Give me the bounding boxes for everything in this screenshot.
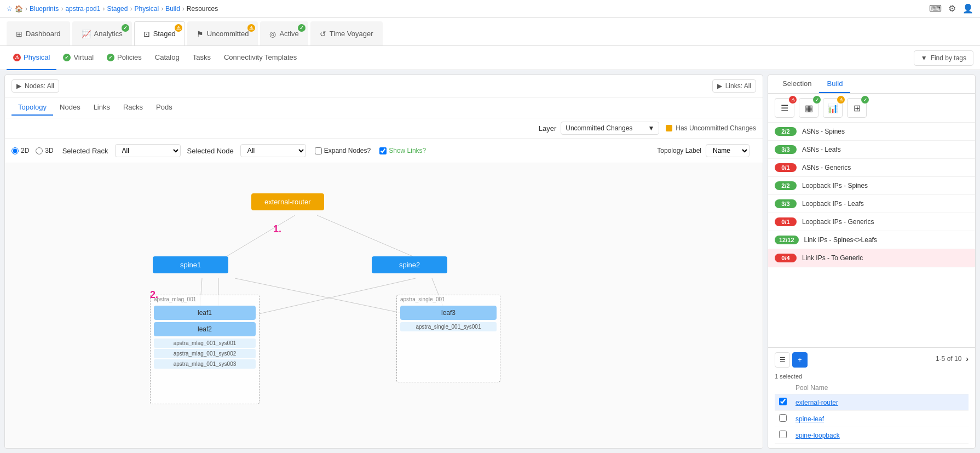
tab-active[interactable]: ✓ ◎ Active	[260, 21, 308, 45]
rp-tab-build[interactable]: Build	[819, 75, 850, 93]
pool-row-external-router-name[interactable]: external-router	[795, 399, 838, 406]
subtab-policies[interactable]: ✓ Policies	[100, 46, 148, 70]
sys001-node[interactable]: apstra_mlag_001_sys001	[154, 339, 256, 348]
pool-row-spine-leaf-name[interactable]: spine-leaf	[795, 415, 824, 423]
rp-tab-selection[interactable]: Selection	[775, 75, 819, 93]
user-icon[interactable]: 👤	[962, 3, 973, 14]
pool-table: Pool Name external-router spine-leaf spi…	[775, 382, 969, 444]
subtab-physical[interactable]: ⚠ Physical	[7, 46, 56, 70]
subtab-connectivity-label: Connectivity Templates	[224, 53, 297, 61]
pool-row-spine-loopback-checkbox[interactable]	[779, 431, 787, 438]
2d-radio[interactable]	[11, 147, 19, 154]
tab-dashboard[interactable]: ⊞ Dashboard	[7, 21, 70, 45]
res-icon-grid[interactable]: ⊞ ✓	[847, 98, 867, 118]
tab-analytics-label: Analytics	[94, 30, 123, 38]
rack-mlag-001[interactable]: apstra_mlag_001 leaf1 leaf2 apstra_mlag_…	[150, 295, 260, 404]
topo-nav: Topology Nodes Links Racks Pods	[5, 98, 763, 118]
subtab-virtual-label: Virtual	[73, 53, 94, 61]
2d-option[interactable]: 2D	[11, 147, 29, 154]
settings-icon[interactable]: ⚙	[948, 3, 956, 14]
find-by-tags-button[interactable]: ▼ Find by tags	[914, 50, 973, 66]
spine2-node[interactable]: spine2	[372, 256, 447, 273]
terminal-icon[interactable]: ⌨	[929, 3, 942, 14]
tab-staged[interactable]: ⚠ ⊡ Staged	[134, 21, 185, 45]
selected-rack-dropdown[interactable]: All	[115, 144, 181, 157]
tab-analytics[interactable]: ✓ 📈 Analytics	[72, 21, 132, 45]
uncommitted-label: Has Uncommitted Changes	[676, 124, 756, 132]
rack-single-label: apstra_single_001	[397, 295, 500, 303]
breadcrumb-blueprints[interactable]: Blueprints	[30, 5, 59, 13]
nodes-filter[interactable]: ▶ Nodes: All	[11, 79, 59, 93]
resource-item-asn-generics[interactable]: 0/1 ASNs - Generics	[768, 159, 975, 177]
leaf3-node[interactable]: leaf3	[400, 306, 497, 320]
asn-generics-label: ASNs - Generics	[802, 164, 851, 171]
rack-single-001[interactable]: apstra_single_001 leaf3 apstra_single_00…	[396, 295, 500, 382]
tab-staged-label: Staged	[153, 30, 176, 38]
spine1-node[interactable]: spine1	[153, 256, 228, 273]
topology-label-row: Topology Label Name	[650, 142, 756, 159]
pool-add-icon[interactable]: +	[792, 352, 808, 368]
resource-item-asn-leafs[interactable]: 3/3 ASNs - Leafs	[768, 141, 975, 159]
star-icon[interactable]: ☆	[7, 5, 13, 13]
subtab-tasks[interactable]: Tasks	[186, 46, 217, 70]
tab-uncommitted[interactable]: ⚠ ⚑ Uncommitted	[187, 21, 258, 45]
res-icon-table[interactable]: ▦ ✓	[799, 98, 818, 118]
home-icon[interactable]: 🏠	[15, 5, 23, 13]
selected-node-dropdown[interactable]: All	[240, 144, 306, 157]
breadcrumb-build[interactable]: Build	[165, 5, 180, 13]
show-links-option[interactable]: Show Links?	[379, 147, 426, 154]
res-icon-list[interactable]: ☰ ⚠	[775, 98, 794, 118]
rack2-sys001-node[interactable]: apstra_single_001_sys001	[400, 322, 497, 331]
right-panel-tabs: Selection Build	[768, 75, 975, 94]
tab-dashboard-label: Dashboard	[26, 30, 61, 38]
leaf2-node[interactable]: leaf2	[154, 322, 256, 336]
links-filter[interactable]: ▶ Links: All	[712, 79, 756, 93]
resource-item-loopback-generics[interactable]: 0/1 Loopback IPs - Generics	[768, 213, 975, 231]
table-icon-badge: ✓	[813, 96, 821, 104]
3d-option[interactable]: 3D	[36, 147, 53, 154]
pool-section: ☰ + 1-5 of 10 › 1 selected Pool Name	[768, 347, 975, 448]
topo-nav-pods[interactable]: Pods	[149, 100, 179, 116]
pool-row-external-router-checkbox[interactable]	[779, 398, 787, 405]
topo-nav-topology[interactable]: Topology	[11, 100, 53, 116]
resource-item-asn-spines[interactable]: 2/2 ASNs - Spines	[768, 123, 975, 141]
resource-item-loopback-spines[interactable]: 2/2 Loopback IPs - Spines	[768, 177, 975, 195]
show-links-checkbox[interactable]	[379, 147, 387, 154]
expand-nodes-checkbox[interactable]	[315, 147, 322, 154]
pool-row-external-router[interactable]: external-router	[775, 394, 969, 411]
subtab-connectivity[interactable]: Connectivity Templates	[217, 46, 303, 70]
pool-row-spine-loopback[interactable]: spine-loopback	[775, 427, 969, 444]
pool-row-spine-leaf[interactable]: spine-leaf	[775, 411, 969, 427]
topology-label-text: Topology Label	[657, 147, 701, 154]
resource-item-linkip-spines-leafs[interactable]: 12/12 Link IPs - Spines<>Leafs	[768, 231, 975, 249]
pool-list-icon[interactable]: ☰	[775, 352, 790, 368]
resource-item-linkip-generic[interactable]: 0/4 Link IPs - To Generic	[768, 249, 975, 267]
nodes-filter-triangle: ▶	[16, 82, 21, 90]
sys003-node[interactable]: apstra_mlag_001_sys003	[154, 359, 256, 369]
3d-radio[interactable]	[36, 147, 43, 154]
tab-timevoyager[interactable]: ↺ Time Voyager	[310, 21, 383, 45]
pool-row-spine-leaf-checkbox[interactable]	[779, 414, 787, 422]
external-router-node[interactable]: external-router	[251, 193, 324, 210]
breadcrumb-physical[interactable]: Physical	[134, 5, 159, 13]
leaf1-node[interactable]: leaf1	[154, 306, 256, 320]
svg-line-6	[235, 278, 416, 319]
breadcrumb-staged[interactable]: Staged	[107, 5, 128, 13]
topo-nav-nodes[interactable]: Nodes	[53, 100, 87, 116]
topology-label-dropdown[interactable]: Name	[706, 144, 750, 157]
pagination-next-button[interactable]: ›	[966, 354, 969, 363]
topo-nav-racks[interactable]: Racks	[117, 100, 149, 116]
sys002-node[interactable]: apstra_mlag_001_sys002	[154, 349, 256, 358]
subtab-virtual[interactable]: ✓ Virtual	[56, 46, 100, 70]
topo-nav-links[interactable]: Links	[87, 100, 117, 116]
pool-row-spine-loopback-name[interactable]: spine-loopback	[795, 432, 840, 439]
subtab-catalog-label: Catalog	[155, 53, 180, 61]
layer-dropdown[interactable]: Uncommitted Changes ▼	[561, 122, 659, 135]
breadcrumb-pod[interactable]: apstra-pod1	[65, 5, 100, 13]
pool-name-header: Pool Name	[791, 382, 969, 394]
subtab-tasks-label: Tasks	[193, 53, 211, 61]
subtab-catalog[interactable]: Catalog	[148, 46, 186, 70]
resource-item-loopback-leafs[interactable]: 3/3 Loopback IPs - Leafs	[768, 195, 975, 213]
expand-nodes-option[interactable]: Expand Nodes?	[315, 147, 371, 154]
res-icon-chart[interactable]: 📊 ⚠	[823, 98, 843, 118]
